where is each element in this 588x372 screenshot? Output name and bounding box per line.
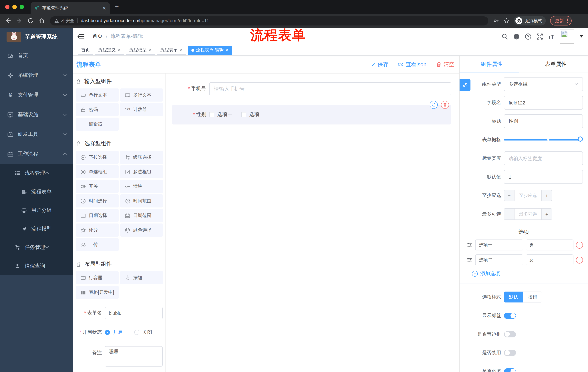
browser-menu-icon[interactable] [567,19,568,23]
tag-process-definition[interactable]: 流程定义✕ [95,46,124,54]
clear-button[interactable]: 清空 [436,61,454,68]
show-label-toggle[interactable] [504,312,516,319]
decrease-button[interactable]: − [504,209,514,220]
tab-form-props[interactable]: 表单属性 [524,56,588,73]
component-time-picker[interactable]: 时间选择 [76,194,119,207]
breadcrumb-home[interactable]: 首页 [92,33,103,40]
home-icon[interactable] [39,18,45,24]
label-width-input[interactable] [504,151,583,165]
component-slider[interactable]: 滑块 [120,180,163,193]
back-icon[interactable] [5,18,11,24]
tab-component-props[interactable]: 组件属性 [460,56,524,73]
form-name-input[interactable] [105,307,163,319]
tag-process-form-edit[interactable]: 流程表单-编辑✕ [188,46,232,54]
password-key-icon[interactable] [494,18,499,24]
component-date-range[interactable]: 日期范围 [120,209,163,222]
tag-process-form[interactable]: 流程表单✕ [157,46,186,54]
window-minimize-button[interactable] [12,5,17,9]
status-off-radio[interactable]: 关闭 [134,329,152,336]
component-single-line-text[interactable]: 单行文本 [76,88,119,102]
sidebar-item-system-management[interactable]: 系统管理 [0,65,73,85]
increase-button[interactable]: + [541,190,552,201]
security-label[interactable]: 不安全 [61,18,74,24]
component-multi-line-text[interactable]: 多行文本 [120,88,163,102]
title-input[interactable] [504,114,583,128]
remove-option-button[interactable]: − [576,256,583,263]
tag-process-model[interactable]: 流程模型✕ [126,46,155,54]
sidebar-item-process-management[interactable]: 流程管理 [0,164,73,182]
sidebar-item-process-form[interactable]: 流程表单 [0,182,73,201]
checkbox-icon[interactable] [241,112,246,117]
form-remark-textarea[interactable]: 嘿嘿 [105,346,163,367]
gender-option-2[interactable]: 选项二 [241,111,264,118]
link-handle-button[interactable] [460,79,471,91]
sidebar-item-user-group[interactable]: 用户分组 [0,201,73,220]
url-bar[interactable]: 不安全 dashboard.yudao.iocoder.cn/bpm/manag… [50,16,488,25]
default-value-input[interactable] [504,170,583,184]
canvas-field-phone[interactable]: 手机号 [166,82,451,95]
remove-option-button[interactable]: − [576,242,583,248]
tab-close-icon[interactable]: ✕ [102,6,106,10]
drag-handle-icon[interactable] [467,242,473,248]
tag-close-icon[interactable]: ✕ [148,48,152,53]
user-menu-caret-icon[interactable] [580,35,583,37]
disabled-toggle[interactable] [504,350,516,356]
component-type-select[interactable]: 多选框组 [504,77,583,91]
component-checkbox-group[interactable]: 多选框组 [120,165,163,178]
option-value-input[interactable] [525,255,573,265]
component-editor[interactable]: 编辑器 [76,117,119,131]
component-cascader[interactable]: 级联选择 [120,151,163,164]
option-label-input[interactable] [475,255,523,265]
sidebar-item-task-management[interactable]: 任务管理 [0,238,73,257]
min-select-input[interactable] [514,190,541,201]
component-color-picker[interactable]: 颜色选择 [120,223,163,237]
view-json-button[interactable]: 查看json [398,61,426,68]
sidebar-item-dev-tools[interactable]: 研发工具 [0,125,73,144]
slider-handle[interactable] [578,137,583,142]
search-icon[interactable] [501,33,508,40]
sidebar-item-payment-management[interactable]: ¥ 支付管理 [0,85,73,105]
github-icon[interactable] [513,33,520,40]
tag-home[interactable]: 首页 [78,46,93,54]
phone-input[interactable] [209,82,451,95]
window-close-button[interactable] [5,5,10,9]
copy-field-button[interactable] [430,101,438,109]
component-row-container[interactable]: 行容器 [76,271,119,284]
sidebar-item-process-model[interactable]: 流程模型 [0,220,73,238]
delete-field-button[interactable] [441,101,449,109]
sidebar-item-workflow[interactable]: 工作流程 [0,144,73,164]
window-zoom-button[interactable] [20,5,24,9]
component-time-range[interactable]: 时间范围 [120,194,163,207]
reload-icon[interactable] [27,18,34,24]
add-option-button[interactable]: + 添加选项 [472,270,588,277]
save-button[interactable]: ✓保存 [371,61,388,68]
component-rate[interactable]: 评分 [76,223,119,237]
font-size-icon[interactable]: ᴛT [548,33,555,40]
style-button-button[interactable]: 按钮 [523,292,542,302]
canvas-field-gender-selected[interactable]: 性别 选项一 选项二 [172,105,451,125]
sidebar-collapse-icon[interactable] [77,33,84,40]
component-button[interactable]: 按钮 [120,271,163,284]
max-select-input[interactable] [514,209,541,220]
component-date-picker[interactable]: 日期选择 [76,209,119,222]
help-icon[interactable] [525,33,532,40]
gender-option-1[interactable]: 选项一 [209,111,232,118]
component-switch[interactable]: 开关 [76,180,119,193]
sidebar-item-infrastructure[interactable]: 基础设施 [0,105,73,125]
component-password[interactable]: 密码 [76,103,119,116]
decrease-button[interactable]: − [504,190,514,201]
option-label-input[interactable] [475,240,523,250]
increase-button[interactable]: + [541,209,552,220]
forward-icon[interactable] [16,18,22,24]
bookmark-star-icon[interactable] [504,18,509,24]
sidebar-item-leave-query[interactable]: 请假查询 [0,257,73,275]
tag-close-icon[interactable]: ✕ [179,48,183,53]
radio-selected-icon[interactable] [105,330,110,335]
component-upload[interactable]: 上传 [76,238,119,251]
component-radio-group[interactable]: 单选框组 [76,165,119,178]
sidebar-item-home[interactable]: 首页 [0,46,73,65]
form-grid-slider[interactable] [504,139,580,140]
border-toggle[interactable] [504,331,516,337]
component-select[interactable]: 下拉选择 [76,151,119,164]
option-value-input[interactable] [525,240,573,250]
